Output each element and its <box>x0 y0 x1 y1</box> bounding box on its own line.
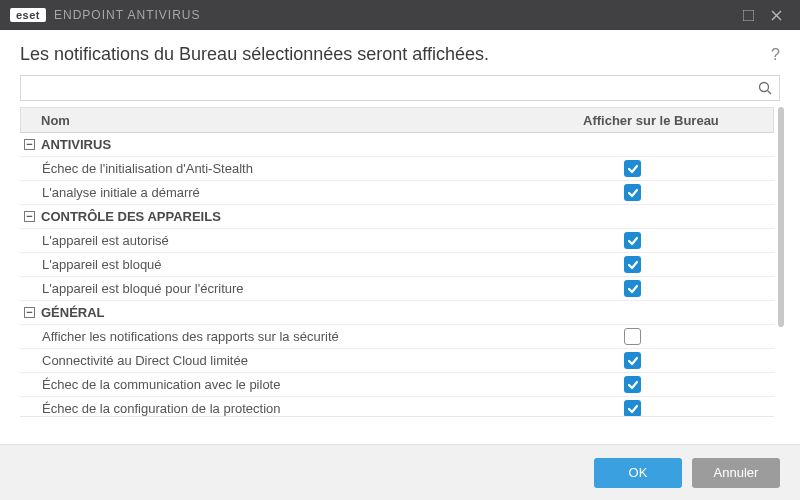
show-checkbox[interactable] <box>624 376 641 393</box>
table-row: Afficher les notifications des rapports … <box>20 325 774 349</box>
table-row: Échec de l'initialisation d'Anti-Stealth <box>20 157 774 181</box>
show-checkbox[interactable] <box>624 352 641 369</box>
show-checkbox[interactable] <box>624 400 641 417</box>
page-heading-row: Les notifications du Bureau sélectionnée… <box>0 30 800 75</box>
titlebar: eset ENDPOINT ANTIVIRUS <box>0 0 800 30</box>
group-label: ANTIVIRUS <box>41 137 111 152</box>
table-header: Nom Afficher sur le Bureau <box>20 107 774 133</box>
table-row: Échec de la configuration de la protecti… <box>20 397 774 417</box>
close-icon[interactable] <box>762 10 790 21</box>
ok-button[interactable]: OK <box>594 458 682 488</box>
group-label: CONTRÔLE DES APPAREILS <box>41 209 221 224</box>
collapse-icon[interactable]: − <box>24 211 35 222</box>
svg-rect-0 <box>743 10 754 21</box>
collapse-icon[interactable]: − <box>24 139 35 150</box>
item-label: Connectivité au Direct Cloud limitée <box>20 353 584 368</box>
col-name: Nom <box>21 113 583 128</box>
table-row: Échec de la communication avec le pilote <box>20 373 774 397</box>
help-icon[interactable]: ? <box>771 46 780 64</box>
scrollbar[interactable] <box>776 107 786 417</box>
page-title: Les notifications du Bureau sélectionnée… <box>20 44 771 65</box>
scroll-thumb[interactable] <box>778 107 784 327</box>
collapse-icon[interactable]: − <box>24 307 35 318</box>
show-checkbox[interactable] <box>624 184 641 201</box>
group-row[interactable]: −GÉNÉRAL <box>20 301 774 325</box>
table-row: Connectivité au Direct Cloud limitée <box>20 349 774 373</box>
notifications-table: Nom Afficher sur le Bureau −ANTIVIRUSÉch… <box>20 107 774 417</box>
show-checkbox[interactable] <box>624 328 641 345</box>
show-checkbox[interactable] <box>624 256 641 273</box>
item-label: L'appareil est bloqué pour l'écriture <box>20 281 584 296</box>
item-label: Échec de la communication avec le pilote <box>20 377 584 392</box>
group-row[interactable]: −ANTIVIRUS <box>20 133 774 157</box>
item-label: Échec de l'initialisation d'Anti-Stealth <box>20 161 584 176</box>
table-row: L'appareil est bloqué pour l'écriture <box>20 277 774 301</box>
search-icon[interactable] <box>751 81 779 95</box>
cancel-button[interactable]: Annuler <box>692 458 780 488</box>
item-label: L'appareil est bloqué <box>20 257 584 272</box>
minimize-icon[interactable] <box>734 10 762 21</box>
show-checkbox[interactable] <box>624 160 641 177</box>
search-input[interactable] <box>21 81 751 96</box>
footer: OK Annuler <box>0 444 800 500</box>
show-checkbox[interactable] <box>624 280 641 297</box>
group-label: GÉNÉRAL <box>41 305 105 320</box>
item-label: Afficher les notifications des rapports … <box>20 329 584 344</box>
item-label: L'appareil est autorisé <box>20 233 584 248</box>
search-field[interactable] <box>20 75 780 101</box>
product-name: ENDPOINT ANTIVIRUS <box>54 8 200 22</box>
group-row[interactable]: −CONTRÔLE DES APPAREILS <box>20 205 774 229</box>
col-show: Afficher sur le Bureau <box>583 113 773 128</box>
svg-point-1 <box>760 83 769 92</box>
item-label: L'analyse initiale a démarré <box>20 185 584 200</box>
show-checkbox[interactable] <box>624 232 641 249</box>
brand-logo: eset <box>10 8 46 22</box>
table-row: L'analyse initiale a démarré <box>20 181 774 205</box>
table-row: L'appareil est autorisé <box>20 229 774 253</box>
table-row: L'appareil est bloqué <box>20 253 774 277</box>
item-label: Échec de la configuration de la protecti… <box>20 401 584 416</box>
